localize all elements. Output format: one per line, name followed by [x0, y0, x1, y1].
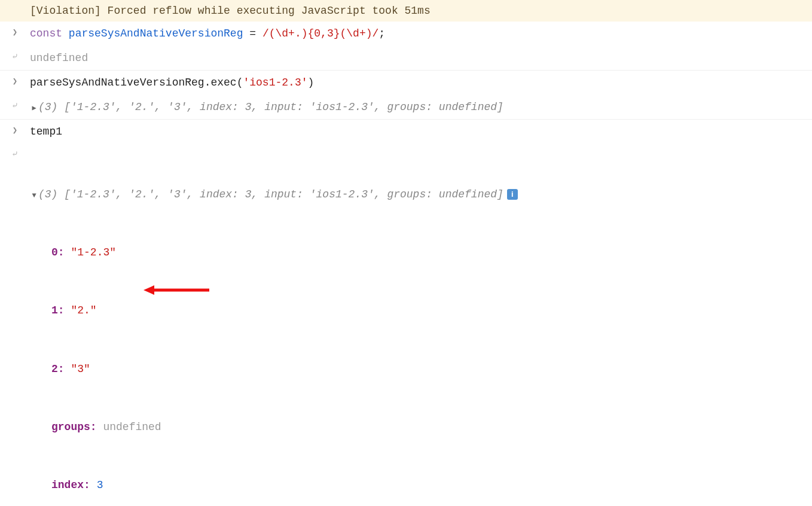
object-property-row[interactable]: groups: undefined — [30, 417, 812, 437]
output-chevron-icon: ⤶ — [11, 50, 19, 65]
console-input-row: ❯ parseSysAndNativeVersionReg.exec('ios1… — [0, 71, 812, 95]
violation-warning: [Violation] Forced reflow while executin… — [0, 0, 812, 22]
input-chevron-icon: ❯ — [13, 25, 17, 40]
object-property-row[interactable]: index: 3 — [30, 475, 812, 495]
console-output-row: ⤶ ▶(3) ['1-2.3', '2.', '3', index: 3, in… — [0, 95, 812, 120]
input-chevron-icon: ❯ — [13, 123, 17, 138]
console-input[interactable]: temp1 — [30, 121, 812, 142]
result-undefined: undefined — [30, 47, 812, 69]
collapse-triangle-icon[interactable]: ▼ — [30, 190, 38, 203]
expand-triangle-icon[interactable]: ▶ — [30, 102, 38, 115]
console-input[interactable]: parseSysAndNativeVersionReg.exec('ios1-2… — [30, 72, 812, 93]
result-array-expanded-summary[interactable]: ▼(3) ['1-2.3', '2.', '3', index: 3, inpu… — [30, 185, 812, 204]
output-chevron-icon: ⤶ — [11, 147, 19, 162]
console-input-row: ❯ temp1 — [0, 120, 812, 144]
result-array-collapsed[interactable]: ▶(3) ['1-2.3', '2.', '3', index: 3, inpu… — [30, 96, 812, 118]
info-icon[interactable]: i — [507, 189, 518, 200]
input-chevron-icon: ❯ — [13, 74, 17, 89]
console-output-row: ⤶ undefined — [0, 46, 812, 71]
console-output-row: ⤶ ▼(3) ['1-2.3', '2.', '3', index: 3, in… — [0, 144, 812, 506]
console-input-row: ❯ const parseSysAndNativeVersionReg = /(… — [0, 22, 812, 45]
object-property-row[interactable]: 0: "1-2.3" — [30, 243, 812, 262]
output-chevron-icon: ⤶ — [11, 99, 19, 114]
object-property-row[interactable]: 2: "3" — [30, 359, 812, 379]
console-input[interactable]: const parseSysAndNativeVersionReg = /(\d… — [30, 23, 812, 44]
object-property-row[interactable]: 1: "2." — [30, 301, 812, 320]
